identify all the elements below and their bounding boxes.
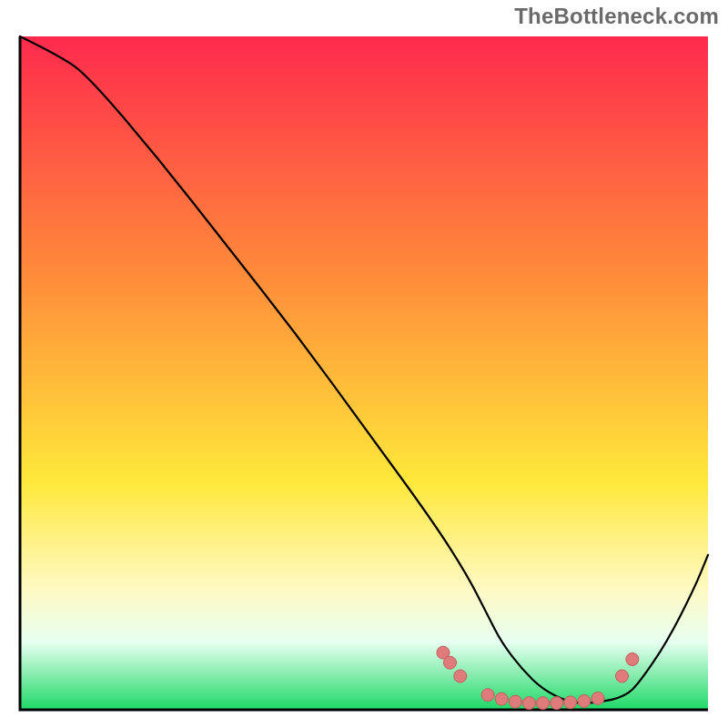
bottleneck-chart-canvas [16, 33, 712, 713]
chart-area [16, 33, 712, 713]
chart-frame: TheBottleneck.com [0, 0, 728, 728]
watermark-text: TheBottleneck.com [514, 4, 719, 29]
